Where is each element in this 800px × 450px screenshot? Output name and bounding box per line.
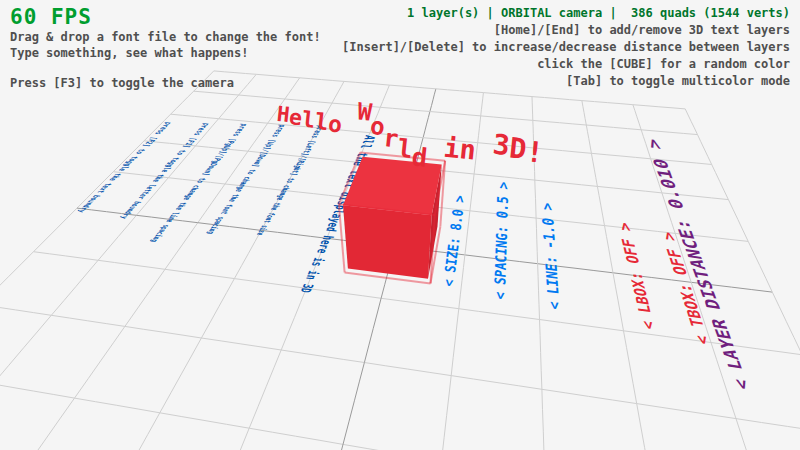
instruction-text-boundry-3d: press [F2] to toggle the text boundry	[76, 122, 174, 213]
hint-cube-color: click the [CUBE] for a random color	[342, 57, 790, 71]
grid-line	[0, 78, 300, 450]
option-line-3d: < LINE: -1.0 >	[537, 201, 563, 310]
hint-toggle-camera: Press [F3] to toggle the camera	[10, 76, 234, 90]
grid-line	[0, 71, 214, 450]
grid-line	[0, 74, 256, 450]
cube-face[interactable]	[343, 205, 432, 279]
hello-world-char: !	[524, 134, 545, 170]
hello-world-char: d	[410, 141, 428, 172]
hint-add-remove-layers: [Home]/[End] to add/remove 3D text layer…	[342, 23, 790, 37]
text3d-demo-window: All the text displayed here is in 3Dpres…	[0, 0, 800, 450]
hint-multicolor: [Tab] to toggle multicolor mode	[342, 74, 790, 88]
instruction-letter-boundry-3d: press [F1] to toggle the letter boundry	[118, 123, 211, 219]
instruction-font-spacing-3d: press [Up]/[Down] to change the font spa…	[205, 124, 287, 234]
status-bar: 1 layer(s) | ORBITAL camera | 386 quads …	[342, 6, 790, 20]
hello-world-char: n	[458, 133, 477, 166]
hint-layer-distance: [Insert]/[Delete] to increase/decrease d…	[342, 40, 790, 54]
fps-counter: 60 FPS	[10, 5, 92, 29]
hello-world-char: o	[327, 110, 343, 137]
grid-line	[72, 81, 344, 450]
hud-right: 1 layer(s) | ORBITAL camera | 386 quads …	[342, 6, 790, 88]
hello-world-char	[430, 103, 449, 134]
hint-type-something: Type something, see what happens!	[10, 46, 248, 60]
hint-drag-drop: Drag & drop a font file to change the fo…	[10, 30, 321, 44]
hud-left: 60 FPS	[10, 5, 92, 29]
grid-line	[0, 305, 800, 435]
option-spacing-3d: < SPACING: 0.5 >	[491, 180, 512, 300]
option-layer-distance-3d: < LAYER DISTANCE: 0.010 >	[641, 137, 754, 391]
